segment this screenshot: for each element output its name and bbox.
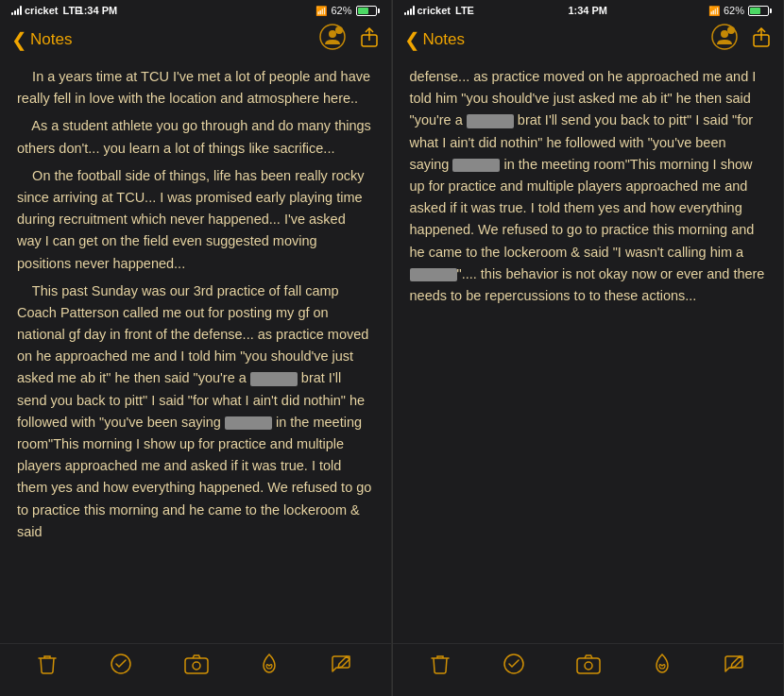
back-chevron-left: ❮ <box>11 30 27 49</box>
svg-rect-6 <box>185 658 208 673</box>
svg-point-15 <box>585 662 592 670</box>
carrier-label-right: cricket <box>418 5 451 16</box>
time-right: 1:34 PM <box>568 5 607 16</box>
battery-icon-right <box>748 6 772 16</box>
flame-button-left[interactable] <box>260 653 279 681</box>
continuation-text: defense... as practice moved on he appro… <box>410 66 767 307</box>
signal2-icon-left: 📶 <box>315 6 327 16</box>
back-label-right: Notes <box>423 30 465 49</box>
compose-button-left[interactable] <box>331 653 353 681</box>
camera-button-left[interactable] <box>184 654 209 680</box>
camera-button-right[interactable] <box>576 654 601 680</box>
signal-icon-left <box>11 6 22 15</box>
back-chevron-right: ❮ <box>404 30 420 49</box>
battery-area-left: 📶 62% <box>315 5 379 16</box>
status-bar-right: cricket LTE 1:34 PM 📶 62% <box>393 0 784 21</box>
nav-bar-right: ❮ Notes <box>393 21 784 62</box>
battery-percent-right: 62% <box>724 5 744 16</box>
left-phone-panel: cricket LTE 1:34 PM 📶 62% ❮ Notes <box>0 0 392 696</box>
note-content-right: defense... as practice moved on he appro… <box>393 62 784 643</box>
carrier-info-left: cricket LTE <box>11 5 81 16</box>
back-label-left: Notes <box>30 30 72 49</box>
redacted-4 <box>452 159 500 173</box>
nav-icons-left <box>319 24 380 57</box>
back-button-right[interactable]: ❮ Notes <box>404 30 465 49</box>
battery-percent-left: 62% <box>331 5 351 16</box>
compose-button-right[interactable] <box>724 653 746 681</box>
carrier-label-left: cricket <box>25 5 58 16</box>
carrier-info-right: cricket LTE <box>404 5 474 16</box>
nav-icons-right <box>711 24 772 57</box>
redacted-1 <box>250 372 298 386</box>
check-button-left[interactable] <box>110 653 132 681</box>
avatar-icon-left[interactable] <box>319 24 346 57</box>
svg-point-10 <box>727 26 735 34</box>
share-icon-right[interactable] <box>751 27 772 53</box>
battery-icon-left <box>356 6 380 16</box>
paragraph-1: In a years time at TCU I've met a lot of… <box>17 66 374 110</box>
status-bar-left: cricket LTE 1:34 PM 📶 62% <box>0 0 391 21</box>
signal2-icon-right: 📶 <box>708 6 720 16</box>
svg-point-2 <box>335 26 343 34</box>
paragraph-2: As a student athlete you go through and … <box>17 115 374 159</box>
share-icon-left[interactable] <box>359 27 380 53</box>
redacted-2 <box>225 416 272 431</box>
delete-button-left[interactable] <box>37 653 58 681</box>
signal-icon-right <box>404 6 415 15</box>
network-label-right: LTE <box>455 5 474 16</box>
time-left: 1:34 PM <box>78 5 118 16</box>
check-button-right[interactable] <box>503 653 525 681</box>
right-phone-panel: cricket LTE 1:34 PM 📶 62% ❮ Notes <box>393 0 785 696</box>
avatar-icon-right[interactable] <box>711 24 738 57</box>
nav-bar-left: ❮ Notes <box>0 21 391 62</box>
paragraph-4: This past Sunday was our 3rd practice of… <box>17 280 374 543</box>
back-button-left[interactable]: ❮ Notes <box>11 30 72 49</box>
svg-point-7 <box>193 662 200 670</box>
svg-point-1 <box>329 30 336 38</box>
redacted-5 <box>410 268 457 282</box>
svg-rect-14 <box>577 658 600 673</box>
bottom-toolbar-left <box>0 643 391 696</box>
battery-area-right: 📶 62% <box>708 5 772 16</box>
note-content-left: In a years time at TCU I've met a lot of… <box>0 62 391 643</box>
bottom-toolbar-right <box>393 643 784 696</box>
paragraph-3: On the football side of things, life has… <box>17 165 374 275</box>
flame-button-right[interactable] <box>653 653 672 681</box>
svg-point-9 <box>721 30 728 38</box>
redacted-3 <box>467 114 514 128</box>
delete-button-right[interactable] <box>430 653 451 681</box>
